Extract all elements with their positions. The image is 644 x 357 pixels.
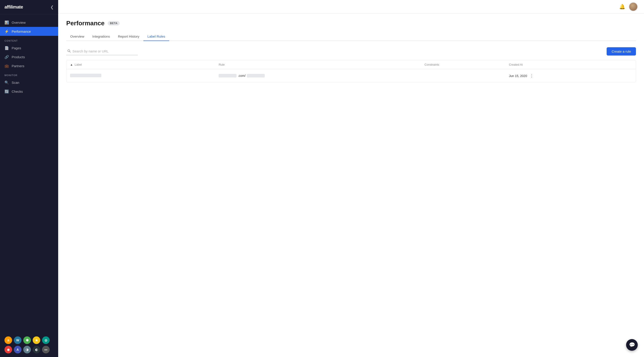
sidebar-toggle-button[interactable]: ❮ xyxy=(50,5,54,10)
page-area: Performance BETA Overview Integrations R… xyxy=(58,14,644,357)
products-icon: 🔗 xyxy=(4,55,9,59)
search-input[interactable] xyxy=(72,49,135,53)
rule-text: .com/ xyxy=(238,74,246,78)
main-content: 🔔 Performance BETA Overview Integrations… xyxy=(58,0,644,357)
sidebar-item-label: Scan xyxy=(12,81,19,85)
sidebar-item-label: Products xyxy=(12,55,25,59)
sidebar-nav: 📊 Overview ⚡ Performance CONTENT 📄 Pages… xyxy=(0,14,58,99)
chat-icon: 💬 xyxy=(629,342,635,348)
content-toolbar: Create a rule xyxy=(66,47,636,56)
sidebar-item-label: Performance xyxy=(12,30,31,33)
sidebar-item-scan[interactable]: 🔍 Scan xyxy=(0,78,58,87)
col-header-constraints: Constraints xyxy=(421,60,505,69)
sidebar-item-pages[interactable]: 📄 Pages xyxy=(0,44,58,52)
sidebar: affilimate ❮ 📊 Overview ⚡ Performance CO… xyxy=(0,0,58,357)
rule-prefix-skeleton xyxy=(218,74,236,78)
partner-logo-red[interactable]: ◉ xyxy=(4,346,12,353)
scan-icon: 🔍 xyxy=(4,80,9,85)
tab-label-rules[interactable]: Label Rules xyxy=(144,32,169,41)
col-header-created-at: Created At xyxy=(505,60,636,69)
rule-suffix-skeleton xyxy=(247,74,265,78)
create-rule-button[interactable]: Create a rule xyxy=(607,47,636,56)
partner-logo-teal[interactable]: ◎ xyxy=(42,336,50,344)
performance-icon: ⚡ xyxy=(4,29,9,34)
user-avatar[interactable] xyxy=(629,2,638,11)
monitor-section-label: MONITOR xyxy=(0,70,58,78)
sidebar-item-label: Overview xyxy=(12,21,26,25)
table-row: .com/ Jun 15, 2020 ⋮ xyxy=(66,69,636,82)
topbar-actions: 🔔 xyxy=(619,2,638,11)
sidebar-item-label: Partners xyxy=(12,64,24,68)
tab-overview[interactable]: Overview xyxy=(66,32,88,41)
avatar-image xyxy=(629,3,637,11)
partner-logos: a W ✱ ★ ◎ ◉ A ◑ ◐ ••• xyxy=(0,333,58,357)
page-header: Performance BETA xyxy=(66,20,636,27)
sidebar-header: affilimate ❮ xyxy=(0,0,58,14)
tab-integrations[interactable]: Integrations xyxy=(88,32,114,41)
col-header-rule: Rule xyxy=(215,60,421,69)
partner-logo-more[interactable]: ••• xyxy=(42,346,50,353)
table-header-row: ▲ Label Rule Constraints Created At xyxy=(66,60,636,69)
partner-logo-gray1[interactable]: ◑ xyxy=(23,346,31,353)
pages-icon: 📄 xyxy=(4,46,9,50)
overview-icon: 📊 xyxy=(4,20,9,25)
partner-logo-blue2[interactable]: A xyxy=(14,346,22,353)
partner-logo-wp[interactable]: W xyxy=(14,336,22,344)
sidebar-item-products[interactable]: 🔗 Products xyxy=(0,52,58,61)
label-skeleton xyxy=(70,74,101,77)
partners-icon: 💼 xyxy=(4,64,9,68)
content-section-label: CONTENT xyxy=(0,36,58,44)
notification-bell-icon[interactable]: 🔔 xyxy=(619,4,625,10)
cell-constraints xyxy=(421,69,505,82)
partner-logo-dark[interactable]: ◐ xyxy=(33,346,40,353)
rules-table: ▲ Label Rule Constraints Created At xyxy=(66,60,636,82)
rules-table-container: ▲ Label Rule Constraints Created At xyxy=(66,60,636,82)
sidebar-item-overview[interactable]: 📊 Overview xyxy=(0,18,58,27)
checks-icon: 🔄 xyxy=(4,89,9,94)
search-icon xyxy=(67,49,71,54)
partner-logo-amazon[interactable]: a xyxy=(4,336,12,344)
sidebar-item-partners[interactable]: 💼 Partners xyxy=(0,61,58,70)
sidebar-item-performance[interactable]: ⚡ Performance xyxy=(0,27,58,36)
sidebar-item-checks[interactable]: 🔄 Checks xyxy=(0,87,58,96)
col-header-label[interactable]: ▲ Label xyxy=(66,60,215,69)
page-title: Performance xyxy=(66,20,104,27)
cell-created-at: Jun 15, 2020 ⋮ xyxy=(505,69,636,82)
sidebar-item-label: Checks xyxy=(12,90,23,93)
tab-report-history[interactable]: Report History xyxy=(114,32,144,41)
svg-line-1 xyxy=(70,52,70,52)
sort-arrow-icon: ▲ xyxy=(70,63,73,66)
cell-label xyxy=(66,69,215,82)
partner-logo-green[interactable]: ✱ xyxy=(23,336,31,344)
beta-badge: BETA xyxy=(108,21,120,26)
chat-bubble-button[interactable]: 💬 xyxy=(626,339,638,351)
topbar: 🔔 xyxy=(58,0,644,14)
row-menu-button[interactable]: ⋮ xyxy=(528,72,536,79)
sidebar-item-label: Pages xyxy=(12,46,21,50)
search-wrapper xyxy=(66,48,138,55)
partner-logo-star[interactable]: ★ xyxy=(33,336,40,344)
app-logo: affilimate xyxy=(4,5,23,10)
tab-bar: Overview Integrations Report History Lab… xyxy=(66,32,636,41)
cell-rule: .com/ xyxy=(215,69,421,82)
